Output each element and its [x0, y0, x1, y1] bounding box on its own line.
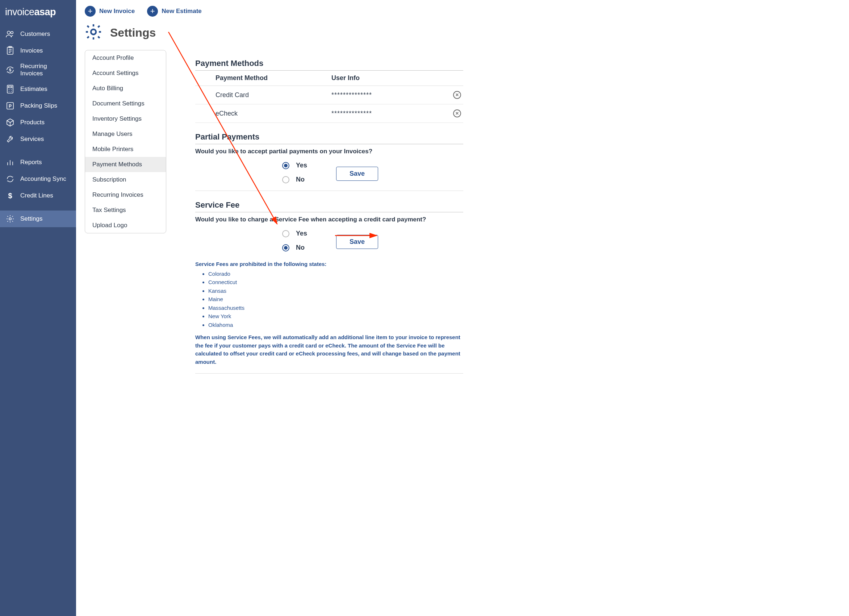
- radio-icon: [282, 176, 289, 183]
- service-fee-section: Service Fee Would you like to charge a S…: [195, 200, 463, 374]
- sidebar: invoiceasap Customers Invoices $ Recurri…: [0, 0, 76, 616]
- payment-methods-section: Payment Methods Payment Method User Info…: [195, 59, 463, 123]
- clipboard-icon: [5, 46, 15, 55]
- page-title-row: Settings: [85, 23, 166, 42]
- svg-point-21: [9, 218, 11, 220]
- service-fee-heading: Service Fee: [195, 200, 463, 210]
- state-item: Maine: [208, 295, 463, 304]
- box-icon: [5, 118, 15, 127]
- svg-point-12: [9, 91, 9, 92]
- plus-icon: +: [147, 6, 158, 17]
- subnav-payment-methods[interactable]: Payment Methods: [85, 157, 166, 172]
- state-item: New York: [208, 312, 463, 321]
- wrench-icon: [5, 134, 15, 144]
- subnav-account-profile[interactable]: Account Profile: [85, 51, 166, 66]
- subnav-auto-billing[interactable]: Auto Billing: [85, 81, 166, 96]
- sidebar-item-customers[interactable]: Customers: [0, 26, 76, 42]
- service-fee-disclaimer: Service Fees are prohibited in the follo…: [195, 260, 463, 366]
- main-area: + New Invoice + New Estimate Settings Ac…: [76, 0, 849, 616]
- dollar-icon: $: [5, 191, 15, 200]
- sidebar-item-products[interactable]: Products: [0, 114, 76, 131]
- sidebar-item-recurring-invoices[interactable]: $ Recurring Invoices: [0, 59, 76, 81]
- svg-text:$: $: [8, 192, 12, 200]
- package-icon: P: [5, 101, 15, 110]
- subnav-recurring-invoices[interactable]: Recurring Invoices: [85, 187, 166, 203]
- content: Settings Account Profile Account Setting…: [76, 20, 849, 616]
- col-payment-method: Payment Method: [216, 74, 331, 82]
- sidebar-item-label: Settings: [20, 215, 42, 222]
- service-fee-save-button[interactable]: Save: [336, 235, 378, 249]
- state-item: Colorado: [208, 270, 463, 278]
- new-invoice-button[interactable]: + New Invoice: [85, 6, 135, 17]
- gear-icon: [5, 214, 15, 224]
- topbar: + New Invoice + New Estimate: [76, 0, 849, 20]
- sidebar-item-label: Products: [20, 119, 45, 126]
- payment-method-name: eCheck: [216, 110, 331, 118]
- sidebar-item-label: Estimates: [20, 85, 48, 93]
- svg-text:$: $: [9, 68, 11, 72]
- subnav-manage-users[interactable]: Manage Users: [85, 127, 166, 142]
- new-estimate-button[interactable]: + New Estimate: [147, 6, 202, 17]
- sidebar-item-credit-lines[interactable]: $ Credit Lines: [0, 187, 76, 204]
- new-invoice-label: New Invoice: [99, 7, 135, 15]
- col-user-info: User Info: [331, 74, 360, 82]
- remove-payment-method-button[interactable]: [453, 109, 461, 118]
- state-item: Massachusetts: [208, 304, 463, 312]
- nav-secondary: Reports Accounting Sync $ Credit Lines: [0, 154, 76, 204]
- payment-methods-heading: Payment Methods: [195, 59, 463, 68]
- sidebar-item-reports[interactable]: Reports: [0, 154, 76, 171]
- service-fee-no-radio[interactable]: No: [282, 244, 307, 252]
- sidebar-item-estimates[interactable]: Estimates: [0, 81, 76, 97]
- service-fee-yes-radio[interactable]: Yes: [282, 230, 307, 237]
- sidebar-item-label: Reports: [20, 159, 42, 166]
- sidebar-item-label: Accounting Sync: [20, 175, 66, 183]
- subnav-subscription[interactable]: Subscription: [85, 172, 166, 187]
- sidebar-item-label: Invoices: [20, 47, 43, 54]
- nav-tertiary: Settings: [0, 210, 76, 227]
- radio-label: Yes: [296, 162, 307, 169]
- svg-point-13: [11, 91, 12, 92]
- partial-payments-no-radio[interactable]: No: [282, 176, 307, 183]
- payment-method-info: **************: [331, 110, 453, 118]
- prohibited-states-list: Colorado Connecticut Kansas Maine Massac…: [195, 270, 463, 330]
- svg-rect-9: [8, 86, 12, 88]
- svg-point-11: [11, 89, 12, 90]
- payment-method-info: **************: [331, 91, 453, 99]
- radio-icon: [282, 162, 289, 169]
- partial-payments-question: Would you like to accept partial payment…: [195, 148, 463, 155]
- radio-icon: [282, 244, 289, 252]
- sidebar-item-label: Packing Slips: [20, 102, 57, 109]
- sidebar-item-accounting-sync[interactable]: Accounting Sync: [0, 171, 76, 187]
- sidebar-item-services[interactable]: Services: [0, 131, 76, 148]
- sidebar-item-label: Recurring Invoices: [20, 63, 71, 77]
- subnav-mobile-printers[interactable]: Mobile Printers: [85, 142, 166, 157]
- state-item: Kansas: [208, 287, 463, 295]
- settings-right-column: Payment Methods Payment Method User Info…: [195, 23, 463, 383]
- radio-label: No: [296, 176, 305, 183]
- nav-primary: Customers Invoices $ Recurring Invoices …: [0, 26, 76, 148]
- payment-method-row: Credit Card **************: [195, 86, 463, 104]
- service-fee-note: When using Service Fees, we will automat…: [195, 333, 463, 366]
- sidebar-item-settings[interactable]: Settings: [0, 210, 76, 227]
- radio-icon: [282, 230, 289, 237]
- subnav-upload-logo[interactable]: Upload Logo: [85, 218, 166, 233]
- subnav-tax-settings[interactable]: Tax Settings: [85, 203, 166, 218]
- plus-icon: +: [85, 6, 95, 17]
- svg-point-22: [91, 29, 96, 34]
- subnav-inventory-settings[interactable]: Inventory Settings: [85, 111, 166, 127]
- refresh-dollar-icon: $: [5, 65, 15, 75]
- subnav-document-settings[interactable]: Document Settings: [85, 96, 166, 111]
- sidebar-item-packing-slips[interactable]: P Packing Slips: [0, 97, 76, 114]
- subnav-account-settings[interactable]: Account Settings: [85, 66, 166, 81]
- partial-payments-yes-radio[interactable]: Yes: [282, 162, 307, 169]
- service-fee-question: Would you like to charge a Service Fee w…: [195, 216, 463, 223]
- partial-payments-save-button[interactable]: Save: [336, 167, 378, 181]
- remove-payment-method-button[interactable]: [453, 91, 461, 99]
- sidebar-item-label: Customers: [20, 30, 50, 38]
- radio-label: Yes: [296, 230, 307, 237]
- sidebar-item-invoices[interactable]: Invoices: [0, 42, 76, 59]
- svg-rect-2: [7, 47, 13, 54]
- page-title: Settings: [110, 26, 156, 39]
- new-estimate-label: New Estimate: [162, 7, 202, 15]
- calculator-icon: [5, 84, 15, 94]
